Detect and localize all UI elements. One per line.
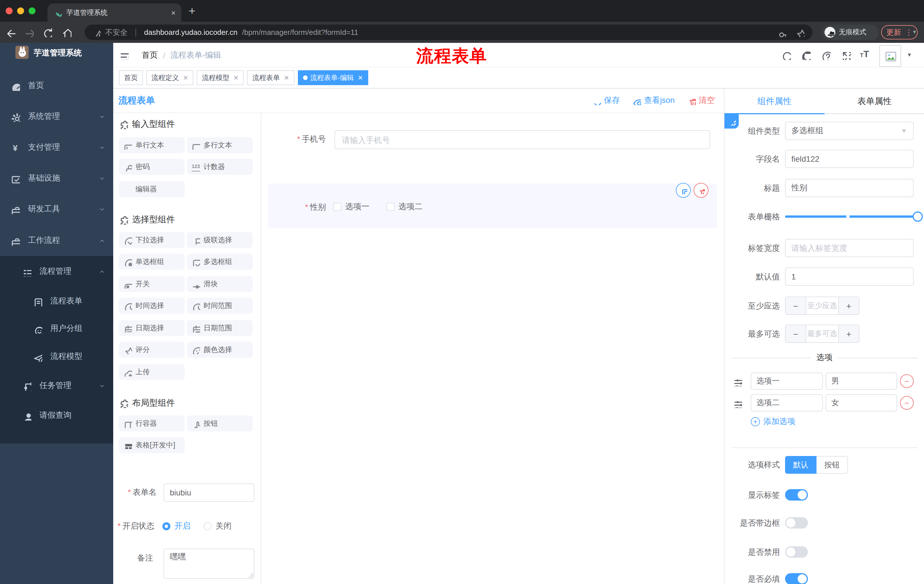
fullscreen-icon[interactable] (841, 50, 851, 60)
view-json-button[interactable]: 查看json (633, 95, 675, 106)
sidebar-item-dev-tools[interactable]: 研发工具 (0, 195, 113, 224)
slider-handle[interactable] (912, 211, 923, 222)
comp-date-range[interactable]: 日期范围 (187, 320, 253, 336)
remove-option2-button[interactable]: − (900, 396, 914, 410)
reload-icon[interactable] (42, 27, 52, 37)
style-button-button[interactable]: 按钮 (817, 456, 848, 474)
delete-component-button[interactable] (693, 183, 708, 198)
tag-close-icon[interactable]: ✕ (233, 74, 238, 81)
url-host[interactable]: dashboard.yudao.iocoder.cn (144, 28, 238, 36)
sidebar-item-infrastructure[interactable]: 基础设施 (0, 164, 113, 192)
window-close-button[interactable] (6, 7, 13, 14)
stepper-minus-button[interactable]: − (785, 297, 806, 314)
required-toggle[interactable] (785, 573, 808, 584)
sidebar-item-home[interactable]: 首页 (0, 71, 113, 100)
sidebar-item-payment[interactable]: ¥ 支付管理 (0, 133, 113, 162)
comp-table[interactable]: 表格[开发中] (119, 437, 185, 453)
comp-button[interactable]: 按钮 (187, 415, 253, 431)
checkbox-icon[interactable] (333, 203, 342, 211)
disabled-toggle[interactable] (785, 546, 808, 558)
stepper-plus-button[interactable]: + (839, 325, 859, 342)
phone-field-input[interactable] (335, 130, 710, 149)
comp-time-range[interactable]: 时间范围 (187, 298, 253, 314)
tag-process-form[interactable]: 流程表单✕ (247, 70, 294, 85)
tag-home[interactable]: 首页 (119, 70, 143, 85)
sidebar-item-system[interactable]: 系统管理 (0, 102, 113, 131)
stepper-minus-button[interactable]: − (785, 325, 806, 342)
gender-checkbox-option1[interactable]: 选项一 (333, 202, 370, 212)
comp-checkbox-group[interactable]: 多选框组 (187, 254, 253, 270)
sidebar-item-leave-query[interactable]: 请假查询 (0, 401, 113, 430)
sidebar-item-user-group[interactable]: 用户分组 (0, 314, 113, 343)
tag-process-form-edit[interactable]: 流程表单-编辑✕ (298, 70, 368, 85)
comp-editor[interactable]: 编辑器 (119, 181, 185, 197)
comp-date-picker[interactable]: 日期选择 (119, 320, 185, 336)
browser-menu-icon[interactable]: ⋮ (905, 28, 912, 36)
comp-time-picker[interactable]: 时间选择 (119, 298, 185, 314)
back-icon[interactable] (5, 27, 15, 37)
style-default-button[interactable]: 默认 (785, 456, 817, 474)
save-button[interactable]: 保存 (592, 95, 620, 106)
tab-component-props[interactable]: 组件属性 (724, 89, 825, 114)
update-label[interactable]: 更新 (886, 27, 901, 38)
status-radio-off[interactable]: 关闭 (203, 521, 231, 531)
copy-component-button[interactable] (676, 183, 691, 198)
option2-name-input[interactable] (751, 394, 823, 411)
help-icon[interactable] (821, 50, 831, 60)
sidebar-item-process-management[interactable]: 流程管理 (0, 257, 113, 286)
comp-cascader[interactable]: 级联选择 (187, 232, 253, 248)
status-radio-on[interactable]: 开启 (162, 521, 190, 531)
tag-close-icon[interactable]: ✕ (183, 74, 188, 81)
component-type-select[interactable]: 多选框组 ▼ (785, 122, 914, 140)
font-size-icon[interactable]: TT (860, 49, 869, 59)
drag-handle-icon[interactable] (733, 377, 742, 386)
border-toggle[interactable] (785, 517, 808, 528)
comp-color-picker[interactable]: 颜色选择 (187, 342, 253, 358)
sidebar-item-process-form[interactable]: 流程表单 (0, 287, 113, 316)
stepper-plus-button[interactable]: + (839, 297, 859, 314)
tag-process-definition[interactable]: 流程定义✕ (146, 70, 193, 85)
label-width-input[interactable] (785, 239, 914, 257)
comp-text-input[interactable]: 单行文本 (119, 137, 185, 153)
grid-slider[interactable] (785, 216, 918, 218)
clear-button[interactable]: 清空 (687, 95, 715, 106)
tab-close-icon[interactable]: × (171, 8, 175, 17)
window-zoom-button[interactable] (29, 7, 35, 14)
avatar[interactable] (879, 45, 901, 67)
field-name-input[interactable] (785, 150, 914, 168)
stepper-input[interactable]: 最多可选 (806, 325, 839, 342)
selected-component-gender[interactable]: *性别 选项一 选项二 (268, 183, 717, 228)
new-tab-button[interactable]: + (189, 4, 195, 18)
avatar-caret-icon[interactable]: ▼ (907, 52, 912, 58)
form-name-input[interactable] (163, 484, 254, 502)
comp-slider[interactable]: 滑块 (187, 276, 253, 292)
comp-rate[interactable]: 评分 (119, 342, 185, 358)
comp-select[interactable]: 下拉选择 (119, 232, 185, 248)
sidebar-item-task-management[interactable]: 任务管理 (0, 372, 113, 400)
default-value-input[interactable] (785, 267, 914, 286)
comp-password[interactable]: 密码 (119, 159, 185, 175)
url-path[interactable]: /bpm/manager/form/edit?formId=11 (242, 28, 358, 36)
security-label[interactable]: 不安全 (105, 27, 127, 38)
sidebar-logo[interactable]: 芋道管理系统 (0, 43, 113, 71)
option2-value-input[interactable] (826, 394, 897, 411)
browser-tab[interactable]: 芋道管理系统 × (48, 3, 181, 22)
comp-radio-group[interactable]: 单选框组 (119, 254, 185, 270)
comp-counter[interactable]: 123 计数器 (187, 159, 253, 175)
bookmark-star-icon[interactable] (795, 28, 805, 37)
sidebar-item-process-model[interactable]: 流程模型 (0, 342, 113, 371)
tag-process-model[interactable]: 流程模型✕ (197, 70, 244, 85)
search-icon[interactable] (781, 50, 791, 60)
option1-value-input[interactable] (826, 373, 897, 390)
comp-upload[interactable]: 上传 (119, 364, 185, 380)
comp-textarea[interactable]: 多行文本 (187, 137, 253, 153)
option1-name-input[interactable] (751, 373, 823, 390)
breadcrumb-home[interactable]: 首页 (142, 50, 158, 60)
toolbar-caret-icon[interactable]: ▼ (912, 29, 917, 35)
drag-handle-icon[interactable] (733, 398, 742, 408)
form-remark-textarea[interactable]: 嘿嘿 (163, 549, 254, 579)
comp-row-container[interactable]: 行容器 (119, 415, 185, 431)
password-key-icon[interactable] (777, 28, 786, 37)
checkbox-icon[interactable] (386, 203, 394, 211)
design-canvas[interactable]: *手机号 *性别 选项一 选项二 (261, 113, 724, 584)
